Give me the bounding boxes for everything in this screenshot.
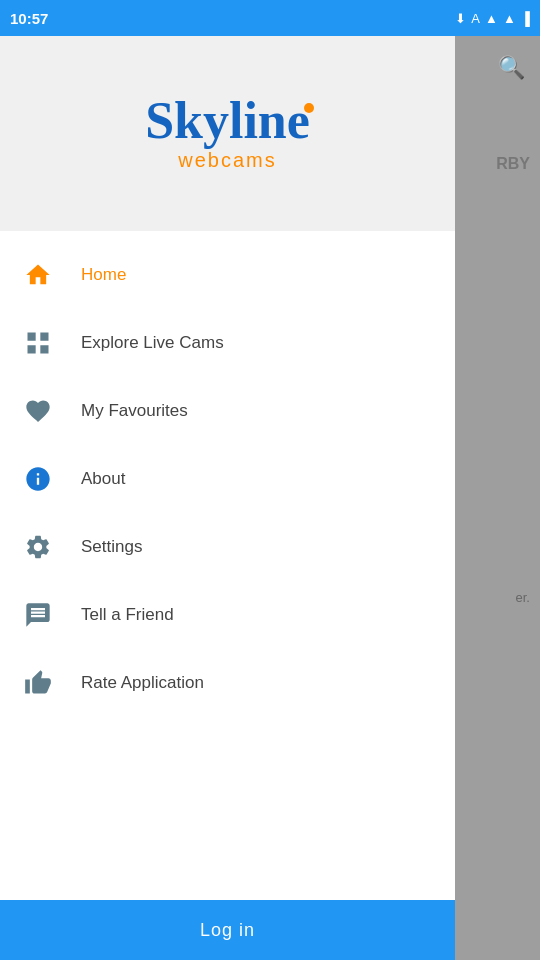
menu-list: Home Explore Live Cams My Favourites xyxy=(0,231,455,900)
logo-skyline: Skyline xyxy=(145,95,310,147)
settings-icon xyxy=(20,529,56,565)
status-time: 10:57 xyxy=(10,10,48,27)
a-icon: A xyxy=(471,11,480,26)
bg-lower-text: er. xyxy=(516,590,530,605)
signal-icon: ▲ xyxy=(503,11,516,26)
menu-label-explore: Explore Live Cams xyxy=(81,333,224,353)
menu-item-settings[interactable]: Settings xyxy=(0,513,455,581)
menu-item-tell-friend[interactable]: Tell a Friend xyxy=(0,581,455,649)
menu-item-home[interactable]: Home xyxy=(0,241,455,309)
menu-item-rate[interactable]: Rate Application xyxy=(0,649,455,717)
menu-label-home: Home xyxy=(81,265,126,285)
menu-label-favourites: My Favourites xyxy=(81,401,188,421)
menu-label-about: About xyxy=(81,469,125,489)
favourites-icon xyxy=(20,393,56,429)
home-icon xyxy=(20,257,56,293)
battery-icon: ▐ xyxy=(521,11,530,26)
logo-container: Skyline webcams xyxy=(145,95,310,172)
menu-item-favourites[interactable]: My Favourites xyxy=(0,377,455,445)
status-bar: 10:57 ⬇ A ▲ ▲ ▐ xyxy=(0,0,540,36)
navigation-drawer: Skyline webcams Home Explore Live Cams xyxy=(0,36,455,960)
menu-item-about[interactable]: About xyxy=(0,445,455,513)
login-button[interactable]: Log in xyxy=(0,900,455,960)
about-icon xyxy=(20,461,56,497)
bg-nearby-text: RBY xyxy=(496,155,530,173)
explore-icon xyxy=(20,325,56,361)
bg-search-icon: 🔍 xyxy=(498,55,525,81)
wifi-icon: ▲ xyxy=(485,11,498,26)
logo-dot xyxy=(304,103,314,113)
menu-label-tell-friend: Tell a Friend xyxy=(81,605,174,625)
menu-item-explore[interactable]: Explore Live Cams xyxy=(0,309,455,377)
status-icons: ⬇ A ▲ ▲ ▐ xyxy=(455,11,530,26)
tell-friend-icon xyxy=(20,597,56,633)
drawer-header: Skyline webcams xyxy=(0,36,455,231)
rate-icon xyxy=(20,665,56,701)
menu-label-settings: Settings xyxy=(81,537,142,557)
login-label: Log in xyxy=(200,920,255,941)
download-icon: ⬇ xyxy=(455,11,466,26)
menu-label-rate: Rate Application xyxy=(81,673,204,693)
logo-webcams: webcams xyxy=(178,149,276,172)
